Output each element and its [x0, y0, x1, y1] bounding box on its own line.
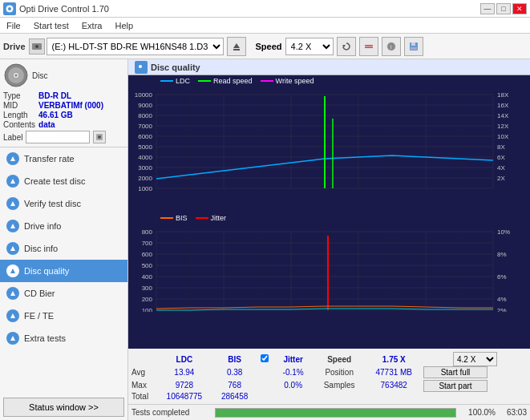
menu-bar: File Start test Extra Help: [0, 18, 530, 34]
svg-text:200: 200: [142, 296, 153, 303]
svg-text:400: 400: [142, 273, 153, 281]
svg-text:10000: 10000: [135, 91, 153, 99]
jitter-legend: Jitter: [196, 214, 227, 222]
elapsed-time: 63:03: [499, 408, 527, 417]
disc-quality-label: Disc quality: [24, 266, 69, 276]
sidebar-item-fe-te[interactable]: FE / TE: [0, 305, 127, 327]
menu-start-test[interactable]: Start test: [30, 18, 72, 33]
max-bis: 768: [213, 378, 257, 392]
start-full-button[interactable]: Start full: [423, 366, 488, 378]
bottom-chart-svg: 800 700 600 500 400 300 200 100 10% 8% 6…: [128, 224, 521, 312]
info-button[interactable]: i: [382, 37, 401, 56]
ldc-legend-label: LDC: [176, 77, 190, 85]
contents-label: Contents: [3, 120, 35, 129]
stats-row: LDC BIS Jitter Speed 1.75 X: [128, 350, 530, 402]
avg-bis: 0.38: [213, 366, 257, 378]
charts-and-stats: LDC Read speed Write speed: [128, 75, 530, 404]
eject-button[interactable]: [227, 37, 246, 56]
svg-point-30: [139, 65, 142, 68]
drive-icon: [29, 38, 45, 55]
drive-info-icon: [6, 220, 19, 232]
samples-value: 763482: [365, 378, 423, 392]
svg-text:2X: 2X: [497, 175, 505, 182]
svg-marker-4: [233, 43, 240, 48]
svg-rect-13: [411, 47, 417, 50]
svg-text:6%: 6%: [497, 273, 507, 281]
jitter-legend-label: Jitter: [211, 214, 227, 222]
read-speed-legend-label: Read speed: [213, 77, 253, 85]
label-field-label: Label: [3, 133, 22, 142]
svg-text:100: 100: [142, 307, 153, 312]
svg-text:3000: 3000: [138, 164, 152, 172]
settings-button[interactable]: [359, 37, 378, 56]
progress-percent: 100.0%: [459, 408, 496, 417]
svg-rect-5: [233, 49, 240, 50]
svg-point-1: [8, 7, 11, 10]
stats-total-row: Total 10648775 286458: [131, 392, 527, 401]
speed-select-stats[interactable]: 4.2 X: [453, 352, 497, 366]
sidebar-item-disc-info[interactable]: Disc info: [0, 237, 127, 260]
svg-text:2000: 2000: [138, 175, 152, 182]
drive-select[interactable]: (E:) HL-DT-ST BD-RE WH16NS48 1.D3: [47, 38, 224, 55]
svg-point-17: [15, 75, 18, 77]
create-test-disc-icon: [6, 175, 19, 188]
start-part-button[interactable]: Start part: [423, 380, 488, 392]
mid-value: VERBATIMf (000): [38, 101, 124, 110]
bottom-legend: BIS Jitter: [128, 212, 530, 224]
type-value: BD-R DL: [38, 91, 124, 100]
menu-extra[interactable]: Extra: [79, 18, 106, 33]
sidebar-item-disc-quality[interactable]: Disc quality: [0, 260, 127, 282]
bis-legend: BIS: [160, 214, 188, 222]
top-chart-svg: 10000 9000 8000 7000 6000 5000 4000 3000…: [128, 87, 521, 191]
samples-label: Samples: [314, 378, 365, 392]
sidebar-item-extra-tests[interactable]: Extra tests: [0, 327, 127, 349]
window-controls: — □ ✕: [480, 3, 527, 14]
svg-text:12X: 12X: [497, 123, 509, 130]
svg-text:7000: 7000: [138, 123, 152, 130]
svg-text:300: 300: [142, 285, 153, 292]
svg-text:18X: 18X: [497, 91, 509, 99]
svg-text:10%: 10%: [497, 228, 510, 236]
stats-footer: LDC BIS Jitter Speed 1.75 X: [128, 349, 530, 404]
avg-jitter: -0.1%: [273, 366, 314, 378]
refresh-button[interactable]: [337, 37, 356, 56]
sidebar-item-drive-info[interactable]: Drive info: [0, 215, 127, 237]
bis-legend-label: BIS: [176, 214, 188, 222]
close-button[interactable]: ✕: [512, 3, 527, 14]
total-jitter: [273, 392, 314, 401]
main-area: Disc Type BD-R DL MID VERBATIMf (000) Le…: [0, 59, 530, 420]
jitter-checkbox[interactable]: [261, 354, 269, 362]
svg-point-3: [35, 45, 38, 48]
status-text: Tests completed: [131, 408, 212, 417]
svg-text:6000: 6000: [138, 133, 152, 140]
fe-te-label: FE / TE: [24, 311, 54, 321]
svg-marker-27: [10, 313, 15, 318]
sidebar-item-verify-test-disc[interactable]: Verify test disc: [0, 192, 127, 215]
status-window-button[interactable]: Status window >>: [3, 398, 124, 417]
maximize-button[interactable]: □: [496, 3, 511, 14]
svg-text:600: 600: [142, 251, 153, 258]
total-label: Total: [131, 392, 156, 401]
speed-select[interactable]: 4.2 X: [285, 38, 334, 55]
verify-test-disc-label: Verify test disc: [24, 199, 81, 208]
max-ldc: 9728: [156, 378, 213, 392]
svg-text:4%: 4%: [497, 296, 507, 303]
ldc-header: LDC: [156, 352, 213, 366]
max-label: Max: [131, 378, 156, 392]
menu-file[interactable]: File: [3, 18, 24, 33]
svg-text:5000: 5000: [138, 143, 152, 151]
ldc-legend: LDC: [160, 77, 190, 85]
label-input[interactable]: [26, 131, 90, 143]
extra-tests-label: Extra tests: [24, 333, 66, 343]
sidebar-item-cd-bier[interactable]: CD Bier: [0, 282, 127, 305]
sidebar-item-transfer-rate[interactable]: Transfer rate: [0, 147, 127, 170]
minimize-button[interactable]: —: [480, 3, 495, 14]
cd-bier-icon: [6, 287, 19, 300]
label-edit-button[interactable]: [93, 131, 106, 143]
app-title: Opti Drive Control 1.70: [19, 4, 480, 14]
save-button[interactable]: [404, 37, 423, 56]
nav-items: Transfer rate Create test disc Verify te…: [0, 147, 127, 394]
sidebar-item-create-test-disc[interactable]: Create test disc: [0, 170, 127, 192]
menu-help[interactable]: Help: [111, 18, 136, 33]
svg-text:1000: 1000: [138, 185, 152, 191]
